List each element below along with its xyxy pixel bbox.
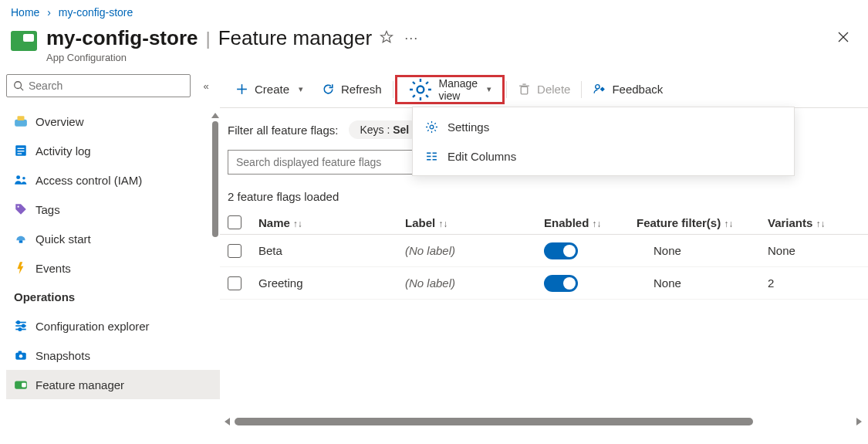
row-checkbox[interactable] — [228, 244, 241, 258]
quick-start-icon — [14, 232, 28, 246]
svg-rect-22 — [19, 351, 22, 353]
sidebar-item-label: Snapshots — [35, 349, 90, 362]
sidebar-item-tags[interactable]: Tags — [6, 195, 220, 224]
sidebar-search[interactable] — [6, 74, 191, 97]
scrollbar-thumb[interactable] — [235, 418, 753, 425]
column-header-variants[interactable]: Variants↑↓ — [768, 216, 845, 229]
svg-rect-6 — [18, 116, 25, 120]
svg-point-21 — [19, 354, 23, 358]
feedback-button[interactable]: Feedback — [583, 76, 672, 103]
dropdown-item-settings[interactable]: Settings — [413, 112, 794, 141]
refresh-button[interactable]: Refresh — [312, 76, 391, 103]
sidebar-item-config-explorer[interactable]: Configuration explorer — [6, 311, 220, 341]
manage-view-dropdown: Settings Edit Columns — [412, 107, 795, 176]
column-header-enabled[interactable]: Enabled↑↓ — [544, 216, 637, 229]
dropdown-edit-columns-label: Edit Columns — [448, 150, 516, 163]
delete-button: Delete — [508, 76, 579, 103]
sort-icon: ↑↓ — [724, 219, 733, 229]
create-button[interactable]: Create ▾ — [226, 76, 312, 103]
sort-icon: ↑↓ — [438, 219, 448, 229]
refresh-label: Refresh — [341, 83, 382, 96]
column-header-label[interactable]: Label↑↓ — [405, 216, 544, 229]
chevron-right-icon: › — [47, 6, 51, 19]
svg-point-13 — [18, 206, 19, 208]
more-actions-icon[interactable]: ··· — [404, 30, 418, 46]
sidebar-item-label: Quick start — [35, 232, 91, 246]
sort-icon: ↑↓ — [816, 219, 825, 229]
sidebar-section-operations: Operations — [6, 283, 220, 308]
sidebar-item-access-control[interactable]: Access control (IAM) — [6, 165, 220, 195]
sidebar-item-label: Tags — [35, 203, 60, 216]
svg-rect-28 — [521, 86, 528, 94]
breadcrumb-current[interactable]: my-config-store — [59, 6, 133, 19]
overview-icon — [14, 114, 28, 128]
filter-pill-keys[interactable]: Keys : Sel — [349, 120, 420, 139]
scroll-up-icon[interactable] — [211, 113, 219, 118]
row-name: Beta — [258, 244, 405, 257]
tags-icon — [14, 202, 28, 216]
sidebar-item-label: Events — [35, 262, 71, 275]
select-all-checkbox[interactable] — [228, 215, 241, 229]
sliders-icon — [14, 319, 28, 333]
feature-flags-grid: Name↑↓ Label↑↓ Enabled↑↓ Feature filter(… — [220, 211, 868, 300]
scrollbar-thumb[interactable] — [212, 121, 218, 237]
sidebar-item-activity-log[interactable]: Activity log — [6, 136, 220, 165]
access-control-icon — [14, 173, 28, 187]
svg-point-18 — [22, 324, 25, 327]
title-separator: | — [205, 28, 210, 49]
chevron-down-icon: ▾ — [487, 84, 491, 94]
manage-view-button[interactable]: Manage view ▾ — [395, 75, 505, 104]
svg-point-19 — [19, 328, 21, 330]
page-title: Feature manager — [218, 26, 372, 50]
filter-pill-value: Sel — [393, 124, 409, 136]
sidebar-item-feature-manager[interactable]: Feature manager — [6, 370, 220, 399]
sidebar-item-label: Overview — [35, 115, 84, 128]
toolbar: Create ▾ Refresh Manage view ▾ Delete F — [220, 71, 868, 108]
sidebar-item-events[interactable]: Events — [6, 253, 220, 283]
svg-rect-10 — [18, 153, 22, 154]
horizontal-scrollbar[interactable] — [220, 416, 863, 427]
sidebar-item-overview[interactable]: Overview — [6, 107, 220, 136]
breadcrumb-home[interactable]: Home — [11, 6, 39, 19]
collapse-sidebar-icon[interactable]: « — [197, 80, 215, 92]
sort-icon: ↑↓ — [592, 219, 601, 229]
enabled-toggle[interactable] — [544, 242, 578, 259]
sidebar: « Overview Activity log Access control (… — [0, 71, 220, 430]
scroll-left-icon[interactable] — [225, 418, 230, 425]
sidebar-item-snapshots[interactable]: Snapshots — [6, 341, 220, 370]
create-label: Create — [255, 83, 289, 96]
feedback-label: Feedback — [612, 83, 663, 96]
svg-point-32 — [430, 125, 434, 129]
row-label: (No label) — [405, 244, 544, 257]
svg-rect-8 — [18, 148, 25, 149]
sidebar-item-label: Configuration explorer — [35, 320, 150, 333]
svg-point-17 — [17, 321, 19, 324]
sidebar-item-quick-start[interactable]: Quick start — [6, 224, 220, 253]
service-subtitle: App Configuration — [46, 52, 829, 63]
dropdown-settings-label: Settings — [448, 120, 489, 134]
favorite-star-icon[interactable] — [380, 30, 393, 46]
resource-name: my-config-store — [46, 26, 198, 50]
sidebar-scrollbar[interactable] — [211, 113, 220, 406]
dropdown-item-edit-columns[interactable]: Edit Columns — [413, 141, 794, 171]
activity-log-icon — [14, 144, 28, 158]
enabled-toggle[interactable] — [544, 275, 578, 292]
column-header-filters[interactable]: Feature filter(s)↑↓ — [637, 216, 768, 229]
row-filters: None — [637, 276, 768, 290]
manage-view-label: Manage view — [438, 77, 478, 102]
column-header-name[interactable]: Name↑↓ — [258, 216, 405, 229]
events-icon — [14, 261, 28, 275]
grid-row[interactable]: Beta (No label) None None — [220, 235, 868, 267]
sidebar-search-input[interactable] — [29, 80, 184, 92]
search-icon — [13, 80, 24, 91]
delete-label: Delete — [537, 83, 570, 96]
grid-row[interactable]: Greeting (No label) None 2 — [220, 267, 868, 300]
scrollbar-track[interactable] — [235, 418, 852, 425]
toolbar-separator — [581, 81, 582, 98]
close-panel-button[interactable] — [829, 26, 857, 50]
scroll-right-icon[interactable] — [856, 418, 862, 425]
grid-header-row: Name↑↓ Label↑↓ Enabled↑↓ Feature filter(… — [220, 211, 868, 235]
row-variants: 2 — [768, 276, 845, 290]
feature-manager-icon — [14, 378, 28, 391]
row-checkbox[interactable] — [228, 276, 241, 290]
